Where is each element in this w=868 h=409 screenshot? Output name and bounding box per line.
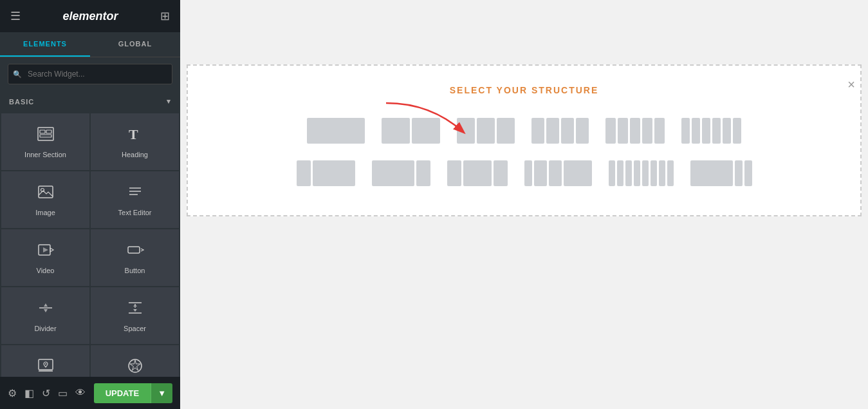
- col-block: [412, 118, 440, 144]
- structure-3col[interactable]: [454, 115, 518, 147]
- widget-spacer[interactable]: Spacer: [91, 287, 179, 344]
- structure-1-3col[interactable]: [293, 157, 358, 189]
- spacer-label: Spacer: [124, 325, 146, 332]
- inner-section-label: Inner Section: [24, 151, 66, 158]
- widget-icon[interactable]: Icon: [91, 345, 179, 377]
- col-block: [667, 160, 674, 186]
- col-block: [494, 160, 508, 186]
- search-container: [0, 57, 180, 91]
- heading-label: Heading: [122, 151, 148, 158]
- svg-marker-11: [43, 247, 48, 252]
- col-block: [564, 160, 592, 186]
- svg-text:T: T: [129, 126, 138, 142]
- maps-icon: [37, 357, 55, 377]
- close-button[interactable]: ×: [847, 77, 855, 92]
- tab-global[interactable]: GLOBAL: [90, 32, 180, 57]
- col-block: [690, 160, 733, 186]
- structure-6col[interactable]: [678, 115, 744, 147]
- update-button[interactable]: UPDATE: [94, 383, 151, 403]
- svg-point-22: [45, 363, 46, 365]
- col-block: [549, 160, 562, 186]
- tab-elements[interactable]: ELEMENTS: [0, 32, 90, 57]
- structure-title-text1: SELECT YOUR: [450, 85, 531, 95]
- structure-large-small-small[interactable]: [687, 157, 755, 189]
- structure-mixed-4col[interactable]: [521, 157, 595, 189]
- col-block: [497, 118, 515, 144]
- structure-3-1col[interactable]: [369, 157, 434, 189]
- sidebar-header: ☰ elementor ⊞: [0, 0, 180, 32]
- col-block: [735, 160, 743, 186]
- col-block: [457, 118, 475, 144]
- structure-5col[interactable]: [602, 115, 668, 147]
- col-block: [561, 118, 574, 144]
- col-block: [307, 118, 365, 144]
- video-label: Video: [37, 267, 55, 274]
- svg-marker-19: [133, 304, 137, 307]
- responsive-icon[interactable]: ▭: [58, 387, 68, 399]
- col-block: [634, 160, 640, 186]
- update-btn-container: UPDATE ▼: [94, 383, 172, 403]
- search-wrapper: [8, 64, 172, 84]
- spacer-icon: [126, 299, 144, 319]
- col-block: [733, 118, 741, 144]
- widgets-grid: Inner Section T Heading Image: [0, 112, 180, 377]
- basic-section-header[interactable]: BASIC ▾: [0, 91, 180, 112]
- col-block: [605, 118, 616, 144]
- col-block: [630, 118, 640, 144]
- col-block: [681, 118, 690, 144]
- col-block: [642, 118, 652, 144]
- col-block: [642, 160, 649, 186]
- widget-image[interactable]: Image: [1, 171, 89, 228]
- text-editor-icon: [126, 183, 144, 204]
- svg-marker-20: [133, 309, 137, 312]
- svg-rect-5: [39, 186, 53, 198]
- hamburger-icon[interactable]: ☰: [10, 9, 21, 23]
- col-block: [372, 160, 414, 186]
- col-block: [723, 118, 731, 144]
- widget-google-maps[interactable]: Google Maps: [1, 345, 89, 377]
- widget-video[interactable]: Video: [1, 229, 89, 286]
- widget-inner-section[interactable]: Inner Section: [1, 113, 89, 170]
- basic-section-label: BASIC: [9, 98, 34, 106]
- structure-1col[interactable]: [304, 115, 368, 147]
- col-block: [659, 160, 665, 186]
- button-icon: [126, 241, 144, 262]
- widget-text-editor[interactable]: Text Editor: [91, 171, 179, 228]
- settings-icon[interactable]: ⚙: [8, 387, 17, 399]
- image-label: Image: [35, 209, 55, 216]
- layers-icon[interactable]: ◧: [24, 387, 34, 399]
- structure-title-highlight: STRUCTURE: [531, 85, 598, 95]
- structure-4col[interactable]: [528, 115, 592, 147]
- svg-marker-15: [44, 309, 48, 312]
- structure-7col[interactable]: [605, 157, 677, 189]
- image-icon: [37, 183, 55, 204]
- col-block: [313, 160, 355, 186]
- widget-heading[interactable]: T Heading: [91, 113, 179, 170]
- search-input[interactable]: [8, 64, 172, 84]
- eye-icon[interactable]: 👁: [75, 387, 86, 399]
- col-block: [534, 160, 547, 186]
- widget-button[interactable]: Button: [91, 229, 179, 286]
- structure-popup: SELECT YOUR STRUCTURE: [187, 64, 862, 216]
- col-block: [546, 118, 559, 144]
- widget-divider[interactable]: Divider: [1, 287, 89, 344]
- col-block: [447, 160, 461, 186]
- col-block: [702, 118, 710, 144]
- history-icon[interactable]: ↺: [42, 387, 50, 399]
- col-block: [692, 118, 700, 144]
- col-block: [416, 160, 430, 186]
- elementor-logo: elementor: [62, 10, 118, 23]
- structure-2col[interactable]: [378, 115, 443, 147]
- sidebar-tabs: ELEMENTS GLOBAL: [0, 32, 180, 57]
- grid-icon[interactable]: ⊞: [160, 9, 170, 23]
- update-arrow-button[interactable]: ▼: [151, 383, 172, 403]
- structure-rows: [201, 115, 847, 189]
- main-area: SELECT YOUR STRUCTURE: [180, 0, 868, 409]
- structure-title: SELECT YOUR STRUCTURE: [201, 85, 847, 95]
- sidebar-bottom: ⚙ ◧ ↺ ▭ 👁 UPDATE ▼: [0, 377, 180, 409]
- chevron-down-icon: ▾: [167, 97, 171, 106]
- svg-rect-3: [40, 135, 51, 137]
- structure-row-2: [201, 157, 847, 189]
- col-block: [576, 118, 589, 144]
- structure-1-2-1col[interactable]: [444, 157, 511, 189]
